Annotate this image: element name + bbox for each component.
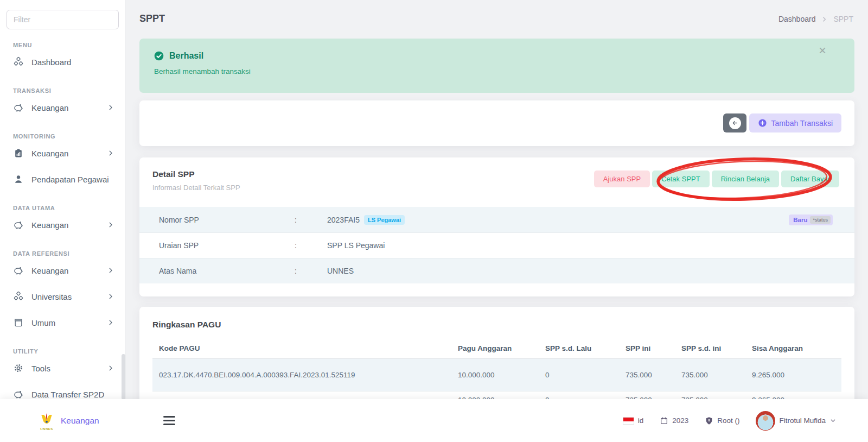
- breadcrumb-current: SPPT: [833, 15, 853, 23]
- close-icon[interactable]: ×: [819, 44, 826, 57]
- piggy-bank-icon: [13, 265, 24, 276]
- sidebar-item-keuangan-data-utama[interactable]: Keuangan: [0, 212, 125, 238]
- app-name: Keuangan: [61, 416, 99, 426]
- sidebar-section-data-referensi: DATA REFERENSI: [13, 250, 125, 257]
- sidebar-item-keuangan-monitoring[interactable]: Keuangan: [0, 140, 125, 166]
- success-alert: Berhasil Berhasil menambah transaksi ×: [139, 39, 854, 93]
- sidebar-item-tools[interactable]: Tools: [0, 355, 125, 381]
- chevron-right-icon: [821, 16, 828, 23]
- chevron-right-icon: [107, 221, 114, 229]
- toolbar-card: Tambah Transaksi: [139, 100, 854, 146]
- locale-selector[interactable]: id: [623, 416, 644, 425]
- sidebar-item-label: Universitas: [31, 292, 72, 301]
- hamburger-menu-icon[interactable]: [163, 414, 175, 427]
- chevron-right-icon: [107, 267, 114, 274]
- sidebar-item-universitas[interactable]: Universitas: [0, 283, 125, 310]
- user-name: Fitrotul Mufida: [779, 416, 826, 425]
- sidebar-item-umum[interactable]: Umum: [0, 310, 125, 336]
- table-row: Atas Nama : UNNES: [139, 258, 854, 283]
- indonesia-flag-icon: [623, 417, 634, 425]
- back-button[interactable]: [723, 113, 746, 132]
- kode-pagu-value: 023.17.DK.4470.BEI.009.004.A.000393.FAI.…: [152, 371, 451, 379]
- detail-table: Nomor SPP : 2023FAI5 LS Pegawai Baru *st…: [139, 207, 854, 283]
- piggy-bank-icon: [13, 219, 24, 230]
- sidebar-item-dashboard[interactable]: Dashboard: [0, 49, 125, 75]
- locale-label: id: [638, 416, 644, 425]
- breadcrumb-dashboard[interactable]: Dashboard: [778, 15, 816, 23]
- detail-buttons: Ajukan SPP Cetak SPPT Rincian Belanja Da…: [594, 171, 839, 187]
- shield-icon: [705, 416, 713, 425]
- chevron-right-icon: [107, 319, 114, 326]
- detail-subtitle: Informasi Detail Terkait SPP: [152, 184, 240, 192]
- plus-circle-icon: [758, 118, 767, 128]
- sidebar-item-label: Keuangan: [31, 103, 68, 112]
- detail-title: Detail SPP: [152, 169, 195, 179]
- atas-nama-value: UNNES: [327, 267, 354, 275]
- uraian-spp-value: SPP LS Pegawai: [327, 241, 385, 250]
- col-kode-pagu: Kode PAGU: [152, 344, 451, 352]
- sidebar-item-pendapatan-pegawai[interactable]: Pendapatan Pegawai: [0, 166, 125, 192]
- modules-icon: [13, 291, 24, 302]
- user-menu[interactable]: Fitrotul Mufida: [756, 411, 837, 431]
- calendar-icon: [660, 416, 668, 425]
- status-badge: Baru *status: [789, 214, 833, 225]
- sidebar-item-label: Umum: [31, 318, 55, 327]
- chevron-down-icon: [829, 417, 837, 424]
- unnes-logo-text: UNNES: [40, 427, 53, 431]
- sidebar-item-label: Data Transfer SP2D: [31, 390, 104, 399]
- col-spp-sd-lalu: SPP s.d. Lalu: [539, 344, 619, 352]
- breadcrumb: Dashboard SPPT: [778, 15, 853, 23]
- col-spp-sd-ini: SPP s.d. ini: [675, 344, 745, 352]
- daftar-bayar-button[interactable]: Daftar Bayar: [781, 171, 839, 187]
- year-label: 2023: [672, 416, 688, 425]
- chevron-right-icon: [107, 149, 114, 157]
- role-label: Root (): [717, 416, 739, 425]
- sidebar-section-monitoring: MONITORING: [13, 132, 125, 140]
- sidebar-scrollbar[interactable]: [122, 354, 125, 400]
- sidebar-item-keuangan-transaksi[interactable]: Keuangan: [0, 94, 125, 121]
- sidebar-item-label: Pendapatan Pegawai: [31, 175, 109, 184]
- app-brand[interactable]: UNNES Keuangan: [37, 411, 99, 431]
- sidebar-item-label: Dashboard: [31, 58, 71, 67]
- bottom-navbar: UNNES Keuangan id 2023 Root () Fitrotul …: [0, 399, 868, 442]
- sidebar-section-utility: UTILITY: [13, 348, 125, 355]
- role-selector[interactable]: Root (): [705, 416, 739, 425]
- row-label: Nomor SPP: [159, 216, 295, 224]
- page-title: SPPT: [139, 13, 165, 24]
- gear-icon: [13, 363, 24, 374]
- avatar: [756, 411, 775, 431]
- col-pagu-anggaran: Pagu Anggaran: [451, 344, 539, 352]
- detail-spp-card: Detail SPP Informasi Detail Terkait SPP …: [139, 157, 854, 296]
- piggy-bank-icon: [13, 102, 24, 113]
- chevron-right-icon: [107, 104, 114, 111]
- add-transaction-button[interactable]: Tambah Transaksi: [749, 113, 841, 132]
- pagu-title: Ringkasan PAGU: [152, 320, 221, 330]
- unnes-logo: [39, 411, 55, 428]
- table-row: Uraian SPP : SPP LS Pegawai: [139, 232, 854, 258]
- modules-icon: [13, 56, 24, 67]
- check-circle-icon: [154, 50, 164, 61]
- filter-input[interactable]: [7, 10, 119, 29]
- rincian-belanja-button[interactable]: Rincian Belanja: [712, 171, 779, 187]
- piggy-bank-icon: [13, 389, 24, 400]
- col-spp-ini: SPP ini: [619, 344, 675, 352]
- chevron-right-icon: [107, 364, 114, 372]
- nomor-spp-value: 2023FAI5: [327, 216, 360, 224]
- chevron-right-icon: [107, 293, 114, 300]
- filter-row: [0, 0, 125, 29]
- alert-title: Berhasil: [169, 51, 203, 61]
- pagu-table-header: Kode PAGU Pagu Anggaran SPP s.d. Lalu SP…: [152, 338, 841, 359]
- ls-pegawai-badge: LS Pegawai: [364, 215, 405, 225]
- box-icon: [13, 317, 24, 328]
- row-label: Atas Nama: [159, 267, 295, 275]
- row-label: Uraian SPP: [159, 241, 295, 250]
- clipboard-chart-icon: [13, 148, 24, 159]
- ajukan-spp-button[interactable]: Ajukan SPP: [594, 171, 650, 187]
- year-selector[interactable]: 2023: [660, 416, 688, 425]
- sidebar-section-menu: MENU: [13, 41, 125, 49]
- sidebar-item-keuangan-referensi[interactable]: Keuangan: [0, 257, 125, 283]
- cetak-sppt-button[interactable]: Cetak SPPT: [652, 171, 710, 187]
- person-icon: [13, 174, 24, 185]
- sidebar-section-transaksi: TRANSAKSI: [13, 87, 125, 94]
- sidebar-item-label: Keuangan: [31, 149, 68, 158]
